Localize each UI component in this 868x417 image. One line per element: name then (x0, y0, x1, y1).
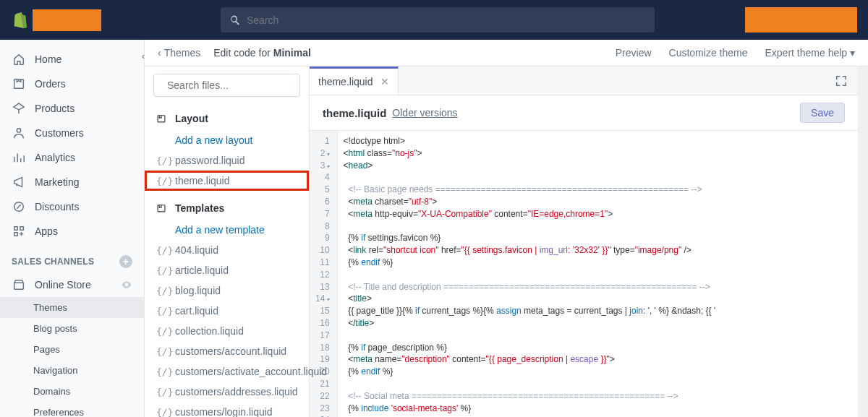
nav-label: Discounts (35, 201, 79, 212)
collapse-nav-icon[interactable]: ‹ (132, 45, 145, 66)
save-button[interactable]: Save (800, 103, 845, 123)
file-item[interactable]: {/}collection.liquid (145, 321, 309, 341)
nav-label: Pages (33, 344, 60, 355)
file-item[interactable]: {/}customers/account.liquid (145, 341, 309, 361)
file-item[interactable]: {/}404.liquid (145, 240, 309, 260)
nav-preferences[interactable]: Preferences (0, 402, 144, 417)
file-item[interactable]: {/}article.liquid (145, 260, 309, 280)
templates-section-header[interactable]: Templates (145, 197, 309, 220)
nav-themes[interactable]: Themes (0, 297, 144, 318)
liquid-file-icon: {/} (156, 366, 173, 377)
file-item[interactable]: {/}theme.liquid (145, 171, 309, 191)
nav-domains[interactable]: Domains (0, 381, 144, 402)
customize-theme-link[interactable]: Customize theme (669, 47, 748, 59)
liquid-file-icon: {/} (156, 176, 173, 186)
close-tab-icon[interactable]: ✕ (380, 76, 389, 87)
liquid-file-icon: {/} (156, 285, 173, 296)
file-search[interactable] (153, 74, 300, 97)
tab-theme-liquid[interactable]: theme.liquid ✕ (310, 66, 399, 95)
nav-label: Home (35, 53, 61, 65)
liquid-file-icon: {/} (156, 265, 173, 276)
file-item[interactable]: {/}customers/login.liquid (145, 402, 309, 417)
nav-home[interactable]: Home (0, 47, 144, 72)
account-area-redacted (745, 7, 857, 33)
expert-help-link[interactable]: Expert theme help ▾ (765, 47, 855, 59)
nav-analytics[interactable]: Analytics (0, 145, 144, 170)
folder-icon (156, 113, 168, 124)
view-store-icon[interactable] (121, 279, 132, 291)
nav-discounts[interactable]: Discounts (0, 194, 144, 219)
nav-customers[interactable]: Customers (0, 121, 144, 145)
add-layout-link[interactable]: Add a new layout (145, 130, 309, 150)
liquid-file-icon: {/} (156, 245, 173, 256)
nav-pages[interactable]: Pages (0, 339, 144, 360)
file-item[interactable]: {/}blog.liquid (145, 280, 309, 301)
top-bar (0, 0, 868, 40)
nav-label: Navigation (33, 365, 77, 376)
page-title: Edit code for Minimal (213, 47, 311, 59)
scrollbar[interactable] (858, 66, 868, 417)
nav-label: Blog posts (33, 323, 77, 334)
nav-label: Customers (35, 127, 84, 139)
search-icon (229, 14, 241, 26)
file-item[interactable]: {/}customers/activate_account.liquid (145, 361, 309, 382)
editor-header: ‹ Themes Edit code for Minimal Preview C… (145, 40, 868, 66)
sales-channels-header: SALES CHANNELS + (0, 244, 144, 272)
analytics-icon (12, 150, 26, 165)
store-icon (12, 278, 26, 292)
code-editor[interactable]: 1234567891011121314151617181920212223242… (310, 130, 858, 417)
file-name: theme.liquid (323, 107, 386, 119)
nav-products[interactable]: Products (0, 96, 144, 121)
logo-area (11, 9, 101, 31)
marketing-icon (12, 175, 26, 189)
liquid-file-icon: {/} (156, 326, 173, 337)
tab-bar: theme.liquid ✕ (310, 66, 858, 95)
section-label: Templates (175, 202, 224, 214)
folder-icon (156, 202, 168, 214)
discounts-icon (12, 199, 26, 214)
nav-online-store[interactable]: Online Store (0, 272, 144, 297)
orders-icon (12, 77, 26, 91)
liquid-file-icon: {/} (156, 387, 173, 397)
nav-label: Themes (33, 302, 67, 313)
home-icon (12, 52, 26, 66)
nav-blog-posts[interactable]: Blog posts (0, 318, 144, 339)
nav-orders[interactable]: Orders (0, 72, 144, 96)
search-input[interactable] (247, 14, 646, 26)
file-browser: Layout Add a new layout {/}password.liqu… (145, 66, 310, 417)
liquid-file-icon: {/} (156, 407, 173, 418)
nav-label: Online Store (35, 279, 91, 291)
file-item[interactable]: {/}password.liquid (145, 150, 309, 171)
tab-label: theme.liquid (318, 76, 373, 87)
customers-icon (12, 126, 26, 140)
svg-rect-3 (14, 227, 18, 231)
global-search[interactable] (221, 7, 655, 33)
add-template-link[interactable]: Add a new template (145, 220, 309, 240)
nav-label: Products (35, 103, 75, 114)
svg-rect-4 (20, 227, 24, 231)
shopify-logo-icon (11, 12, 27, 29)
nav-label: Apps (35, 225, 58, 237)
file-item[interactable]: {/}customers/addresses.liquid (145, 382, 309, 402)
file-search-input[interactable] (167, 79, 294, 91)
older-versions-link[interactable]: Older versions (392, 107, 457, 119)
nav-label: Preferences (33, 407, 84, 417)
section-label: Layout (175, 113, 208, 124)
preview-link[interactable]: Preview (616, 47, 652, 59)
nav-marketing[interactable]: Marketing (0, 170, 144, 194)
nav-apps[interactable]: Apps (0, 219, 144, 244)
nav-navigation[interactable]: Navigation (0, 360, 144, 381)
nav-label: Orders (35, 78, 66, 90)
file-item[interactable]: {/}cart.liquid (145, 301, 309, 321)
back-to-themes[interactable]: ‹ Themes (158, 47, 200, 59)
layout-section-header[interactable]: Layout (145, 107, 309, 130)
sales-channels-label: SALES CHANNELS (12, 257, 94, 267)
nav-label: Domains (33, 386, 70, 397)
apps-icon (12, 224, 26, 238)
fullscreen-icon[interactable] (825, 74, 858, 87)
code-content[interactable]: <!doctype html><html class="no-js"><head… (338, 131, 858, 417)
add-channel-icon[interactable]: + (119, 255, 132, 268)
store-name-redacted (33, 9, 101, 31)
liquid-file-icon: {/} (156, 155, 173, 166)
svg-point-1 (17, 129, 20, 132)
